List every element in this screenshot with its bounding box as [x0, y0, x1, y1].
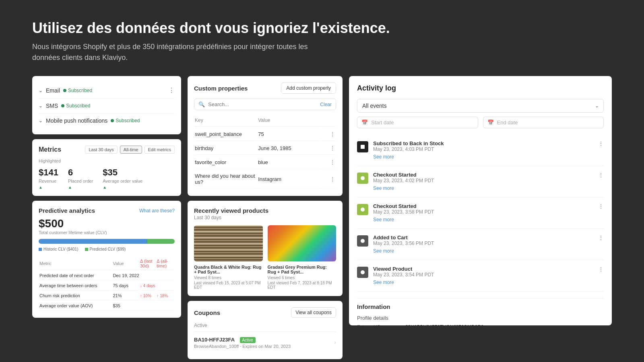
predictive-metric-value: Dec 19, 2022: [113, 271, 139, 280]
see-more-link-1[interactable]: See more: [373, 154, 394, 160]
products-grid: Quadra Black & White Rug: Rug + Pad Syst…: [194, 225, 336, 290]
activity-name-1: Subscribed to Back in Stock: [373, 140, 593, 146]
info-rows: External ID 09H15QV34579TVQNJ07JQMD0R0 A…: [357, 324, 604, 325]
historic-progress: [39, 239, 147, 244]
email-label: Email: [46, 87, 60, 94]
left-panel: ⌄ Email Subscribed ⋮ ⌄ SMS Subscribed: [32, 76, 181, 318]
activity-log-card: Activity log All events ⌄ 📅 Start date 📅…: [349, 76, 612, 325]
predictive-row: Average time between orders 75 days ↓ 4 …: [39, 281, 174, 290]
product-views-1: Viewed 8 times: [194, 276, 263, 280]
clv-value: $500: [39, 217, 175, 230]
row-menu-icon[interactable]: ⋮: [330, 176, 335, 182]
see-more-link-3[interactable]: See more: [373, 217, 394, 222]
row-menu-icon[interactable]: ⋮: [330, 159, 335, 165]
product-title-1: Quadra Black & White Rug: Rug + Pad Syst…: [194, 265, 263, 274]
edit-metrics-button[interactable]: Edit metrics: [144, 146, 175, 154]
recently-viewed-subtitle: Last 30 days: [194, 215, 336, 220]
aov-trend-icon: ▲: [103, 185, 107, 189]
hero-subtitle: Nous intégrons Shopify et plus de 350 in…: [32, 41, 314, 63]
push-status-badge: Subscribed: [111, 118, 140, 123]
activity-name-3: Checkout Started: [373, 203, 593, 209]
activity-item-3: Checkout Started May 23, 2023, 3:58 PM P…: [357, 197, 604, 229]
activity-menu-icon-5[interactable]: ⋮: [598, 266, 604, 272]
placed-order-metric: 6 Placed order ▲: [68, 167, 93, 189]
coupon-detail: BrowseAbandon_100ff · Expires on Mar 20,…: [194, 344, 291, 349]
what-are-these-link[interactable]: What are these?: [139, 208, 175, 214]
custom-props-table: Key Value swell_point_balance 75 ⋮ birth…: [194, 115, 336, 189]
alltime-col-header: Δ (all-time): [157, 257, 174, 270]
email-subscription-row: ⌄ Email Subscribed ⋮: [39, 82, 175, 99]
start-date-wrapper: 📅 Start date: [357, 117, 478, 128]
predictive-metric-value: 21%: [113, 291, 139, 300]
predicted-progress: [147, 239, 175, 244]
row-menu-icon[interactable]: ⋮: [330, 131, 335, 137]
row-menu-icon[interactable]: ⋮: [330, 145, 335, 151]
revenue-value: $141: [39, 167, 58, 178]
aov-metric: $35 Average order value ▲: [103, 167, 142, 189]
calendar-icon: 📅: [361, 119, 368, 125]
revenue-trend-icon: ▲: [39, 185, 43, 189]
product-card-1: Quadra Black & White Rug: Rug + Pad Syst…: [194, 225, 263, 290]
predictive-metric-name: Average time between orders: [39, 281, 112, 290]
activity-name-2: Checkout Started: [373, 172, 593, 178]
email-status-badge: Subscribed: [63, 88, 92, 93]
prop-key: swell_point_balance: [195, 128, 257, 141]
revenue-metric: $141 Revenue ▲: [39, 167, 58, 189]
activity-menu-icon-2[interactable]: ⋮: [598, 172, 604, 178]
add-custom-property-button[interactable]: Add custom property: [281, 82, 336, 94]
predicted-legend-label: Predicted CLV ($99): [90, 247, 126, 251]
activity-icon-cart: [357, 235, 368, 247]
activity-date-4: May 23, 2023, 3:56 PM PDT: [373, 241, 593, 246]
predictive-row: Churn risk prediction 21% ↑ 10% ↑ 18%: [39, 291, 174, 300]
subscriptions-card: ⌄ Email Subscribed ⋮ ⌄ SMS Subscribed: [32, 76, 181, 134]
aov-label: Average order value: [103, 179, 142, 183]
all-time-button[interactable]: All-time: [120, 146, 142, 154]
activity-menu-icon-1[interactable]: ⋮: [598, 140, 604, 147]
clv-progress-bar: [39, 239, 175, 244]
revenue-label: Revenue: [39, 179, 58, 183]
activity-date-3: May 23, 2023, 3:58 PM PDT: [373, 209, 593, 215]
activity-item-2: Checkout Started May 23, 2023, 4:02 PM P…: [357, 166, 604, 197]
external-id-value: 09H15QV34579TVQNJ07JQMD0R0: [405, 324, 484, 325]
predictive-title: Predictive analytics: [39, 207, 95, 214]
custom-props-title: Custom properties: [194, 85, 248, 92]
see-more-link-2[interactable]: See more: [373, 185, 394, 191]
chevron-down-icon: ⌄: [39, 118, 43, 123]
metric-col-header: Metric: [39, 257, 112, 270]
activity-menu-icon-4[interactable]: ⋮: [598, 234, 604, 241]
sms-subscription-row: ⌄ SMS Subscribed: [39, 99, 175, 113]
bell-icon: [360, 144, 365, 150]
svg-point-1: [361, 176, 365, 180]
prop-value: June 30, 1985: [258, 142, 320, 155]
value-col-header: Value: [113, 257, 139, 270]
middle-panel: Custom properties Add custom property 🔍 …: [188, 76, 343, 359]
predictive-metric-name: Churn risk prediction: [39, 291, 112, 300]
activity-log-title: Activity log: [357, 84, 604, 93]
product-image-1: [194, 225, 263, 261]
chevron-down-icon: ⌄: [39, 103, 43, 109]
coupon-status-badge: Active: [240, 337, 256, 343]
product-last-viewed-2: Last viewed Feb 7, 2023 at 8:18 PM EDT: [268, 281, 336, 290]
activity-menu-icon-3[interactable]: ⋮: [598, 203, 604, 210]
see-more-link-4[interactable]: See more: [373, 248, 394, 254]
see-more-link-5[interactable]: See more: [373, 280, 394, 285]
email-menu-icon[interactable]: ⋮: [168, 86, 175, 94]
sms-label: SMS: [46, 103, 58, 109]
activity-filter-select[interactable]: All events: [357, 99, 604, 113]
predictive-metric-name: Predicted date of next order: [39, 271, 112, 280]
activity-name-5: Viewed Product: [373, 266, 593, 272]
external-id-key: External ID: [357, 324, 405, 325]
prop-row: favorite_color blue ⋮: [195, 156, 335, 169]
green-dot-icon: [61, 104, 64, 107]
green-dot-icon: [111, 119, 114, 122]
product-image-2: [268, 225, 336, 261]
information-section: Information Profile details External ID …: [357, 298, 604, 325]
search-icon: 🔍: [198, 101, 205, 107]
view-all-coupons-button[interactable]: View all coupons: [291, 307, 336, 318]
last-30-days-button[interactable]: Last 30 days: [85, 146, 117, 154]
profile-details-label: Profile details: [357, 315, 604, 321]
prop-value: blue: [258, 156, 320, 169]
custom-props-search-input[interactable]: [208, 101, 317, 107]
svg-point-3: [361, 239, 365, 243]
clear-search-link[interactable]: Clear: [320, 102, 332, 107]
